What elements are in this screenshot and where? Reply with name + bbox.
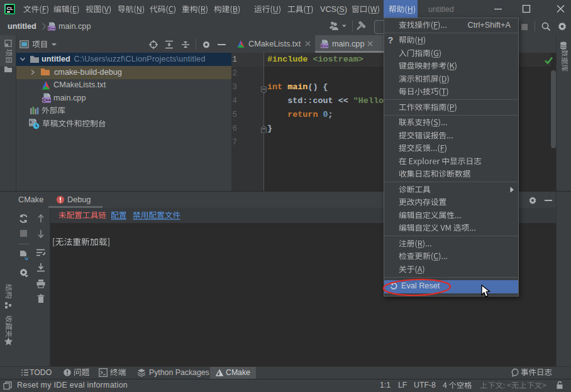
svg-text:C++: C++: [48, 26, 55, 30]
svg-text:C++: C++: [42, 98, 50, 102]
svg-text:C++: C++: [321, 43, 328, 48]
